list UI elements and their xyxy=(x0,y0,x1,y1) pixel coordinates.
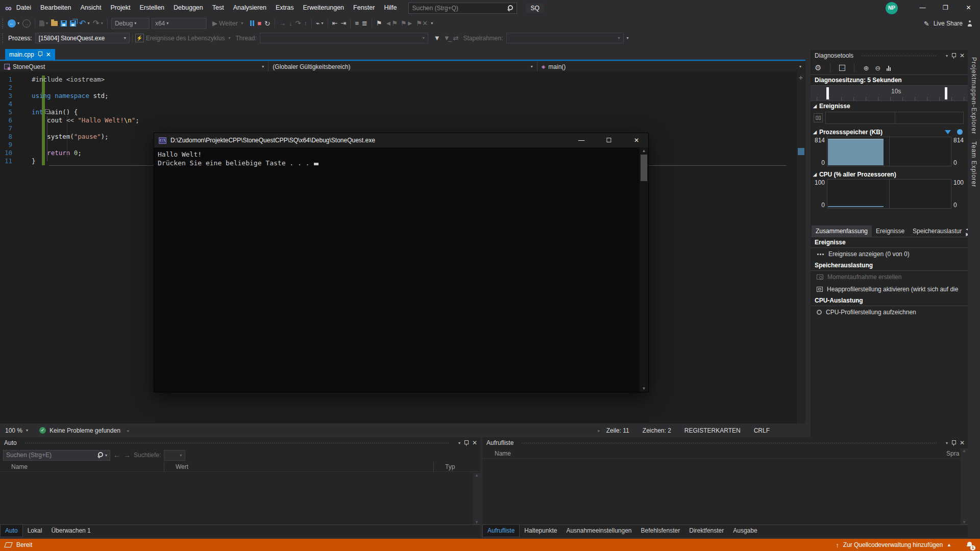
diagnostics-tab-3[interactable]: Speicherauslastur xyxy=(909,226,966,237)
callstack-tab-5[interactable]: Direktfenster xyxy=(684,525,728,537)
zoom-dropdown[interactable]: 100 % xyxy=(5,427,22,434)
scroll-down-icon[interactable]: ▼ xyxy=(640,386,648,391)
diagnostics-title-bar[interactable]: Diagnosetools ▾ ✕ xyxy=(811,50,968,61)
show-next-statement-button[interactable]: → xyxy=(278,17,287,30)
search-next-icon[interactable]: → xyxy=(124,451,131,459)
stackframe-dropdown[interactable]: ▾ xyxy=(506,33,624,43)
menu-item-ansicht[interactable]: Ansicht xyxy=(76,0,106,16)
column-header-name[interactable]: Name xyxy=(482,450,946,457)
minimize-button[interactable]: — xyxy=(911,0,934,16)
restore-button[interactable]: ❐ xyxy=(934,0,957,16)
tab-main-cpp[interactable]: main.cpp ✕ xyxy=(5,49,55,60)
next-bookmark-button[interactable]: ⚑► xyxy=(399,17,415,30)
save-button[interactable] xyxy=(59,17,68,30)
console-window[interactable]: D:\Zudomon\ProjekteCPP\StoneQuestCPP\SQ\… xyxy=(154,133,649,392)
scope-dropdown[interactable]: (Globaler Gültigkeitsbereich)▾ xyxy=(268,62,537,71)
outline-expand-button[interactable]: ⇥ xyxy=(339,17,348,30)
project-dropdown[interactable]: StoneQuest▾ xyxy=(0,62,268,71)
fold-collapse-icon[interactable]: − xyxy=(45,109,50,114)
callstack-scrollbar[interactable]: ▲▼ xyxy=(961,448,968,524)
continue-button[interactable]: ▶ Weiter▾ xyxy=(211,17,244,30)
pin-icon[interactable] xyxy=(464,440,469,446)
events-section-header[interactable]: ◢ Ereignisse xyxy=(811,101,968,111)
menu-item-projekt[interactable]: Projekt xyxy=(106,0,135,16)
bar-chart-icon[interactable] xyxy=(887,65,891,71)
line-indicator[interactable]: Zeile: 11 xyxy=(606,427,629,434)
step-over-button[interactable]: ↷ xyxy=(293,17,302,30)
zoom-caret[interactable]: ▾ xyxy=(26,428,28,433)
memory-section-header[interactable]: ◢ Prozessspeicher (KB) xyxy=(811,127,968,137)
solution-badge[interactable]: SQ xyxy=(526,3,543,13)
tab-team-explorer[interactable]: Team Explorer xyxy=(970,141,977,187)
step-out-button[interactable]: ↑ xyxy=(302,17,309,30)
new-file-button[interactable]: ▾ xyxy=(38,17,50,30)
debugbar-grip[interactable] xyxy=(2,33,4,43)
events-columns-icon[interactable]: ▯▯ xyxy=(814,113,823,122)
code-line[interactable]: 3using namespace std; xyxy=(0,92,795,100)
watch-search-input[interactable]: Suchen (Strg+E) ▾ xyxy=(3,450,110,461)
column-header-wert[interactable]: Wert xyxy=(164,462,434,472)
navigate-back-button[interactable]: ←▾ xyxy=(6,17,21,30)
code-line[interactable]: 1#include <iostream> xyxy=(0,76,795,84)
callstack-tab-6[interactable]: Ausgabe xyxy=(728,525,762,537)
console-scroll-thumb[interactable] xyxy=(641,155,647,181)
live-share-button[interactable]: Live Share xyxy=(934,20,963,27)
console-close-button[interactable]: ✕ xyxy=(625,133,648,147)
column-indicator[interactable]: Zeichen: 2 xyxy=(643,427,671,434)
console-title-bar[interactable]: D:\Zudomon\ProjekteCPP\StoneQuestCPP\SQ\… xyxy=(154,133,648,147)
redo-button[interactable]: ↷▾ xyxy=(91,17,104,30)
quick-search-input[interactable]: Suchen (Strg+Q) xyxy=(408,3,517,14)
tabs-mode-indicator[interactable]: REGISTERKARTEN xyxy=(684,427,741,434)
feedback-person-icon[interactable] xyxy=(967,20,973,27)
menu-item-erweiterungen[interactable]: Erweiterungen xyxy=(298,0,349,16)
timeline-ruler[interactable]: 10s xyxy=(811,86,968,101)
diagnostics-tab-1[interactable]: Zusammenfassung xyxy=(812,226,872,237)
pin-icon[interactable] xyxy=(951,440,956,446)
timeline-start-marker[interactable] xyxy=(826,87,829,99)
timeline-end-marker[interactable] xyxy=(945,87,947,99)
column-header-name[interactable]: Name xyxy=(0,462,164,472)
code-line[interactable]: 2 xyxy=(0,84,795,92)
window-menu-icon[interactable]: ▾ xyxy=(946,54,948,58)
notifications-button[interactable]: 1 xyxy=(967,541,973,549)
save-all-button[interactable] xyxy=(68,17,78,30)
member-dropdown[interactable]: ◈ main()▾ xyxy=(537,62,805,71)
process-dropdown[interactable]: [15804] StoneQuest.exe▾ xyxy=(35,33,130,43)
editor-vertical-scrollbar[interactable] xyxy=(797,71,805,423)
toggle-bookmark-button[interactable]: ⚑ xyxy=(375,17,384,30)
lifecycle-label[interactable]: Ereignisse des Lebenszyklus xyxy=(146,35,225,42)
menu-item-bearbeiten[interactable]: Bearbeiten xyxy=(36,0,76,16)
search-options-caret[interactable]: ▾ xyxy=(105,453,107,458)
split-editor-icon[interactable]: ✛ xyxy=(799,73,803,81)
console-maximize-button[interactable]: ☐ xyxy=(597,133,621,147)
autos-title-bar[interactable]: Auto ▾ ✕ xyxy=(0,437,480,448)
code-line[interactable]: 4 xyxy=(0,100,795,108)
menu-item-fenster[interactable]: Fenster xyxy=(349,0,379,16)
health-check-icon[interactable]: ✓ xyxy=(39,427,46,434)
zoom-out-icon[interactable]: ⊖ xyxy=(875,64,880,72)
thread-dropdown[interactable]: ▾ xyxy=(260,33,428,43)
callstack-tab-3[interactable]: Ausnahmeeinstellungen xyxy=(561,525,636,537)
close-button[interactable]: ✕ xyxy=(957,0,980,16)
pin-icon[interactable] xyxy=(951,53,956,59)
configuration-dropdown[interactable]: Debug▾ xyxy=(111,18,150,29)
undo-button[interactable]: ↶▾ xyxy=(78,17,91,30)
step-into-button[interactable]: ↓ xyxy=(287,17,294,30)
show-events-link[interactable]: Ereignisse anzeigen (0 von 0) xyxy=(811,248,968,260)
close-icon[interactable]: ✕ xyxy=(960,52,965,59)
watch-tab-1[interactable]: Auto xyxy=(0,525,23,537)
autos-scrollbar[interactable]: ▲▼ xyxy=(473,473,480,524)
restart-button[interactable]: ↻ xyxy=(263,17,272,30)
scroll-left-icon[interactable]: ◂ xyxy=(127,428,129,434)
search-depth-dropdown[interactable]: ▾ xyxy=(164,450,185,461)
close-icon[interactable]: ✕ xyxy=(960,439,965,446)
toolbar-overflow[interactable]: ▾ xyxy=(431,21,433,26)
open-file-button[interactable] xyxy=(50,17,59,30)
menu-item-extras[interactable]: Extras xyxy=(271,0,298,16)
scroll-up-icon[interactable]: ▲ xyxy=(640,148,648,153)
cpu-plot[interactable] xyxy=(827,179,951,209)
callstack-tab-4[interactable]: Befehlsfenster xyxy=(636,525,685,537)
filter-icon[interactable]: ▼ xyxy=(432,32,442,44)
break-all-button[interactable] xyxy=(249,17,256,30)
filter-frames-icon[interactable]: ▼̲ xyxy=(442,32,452,44)
